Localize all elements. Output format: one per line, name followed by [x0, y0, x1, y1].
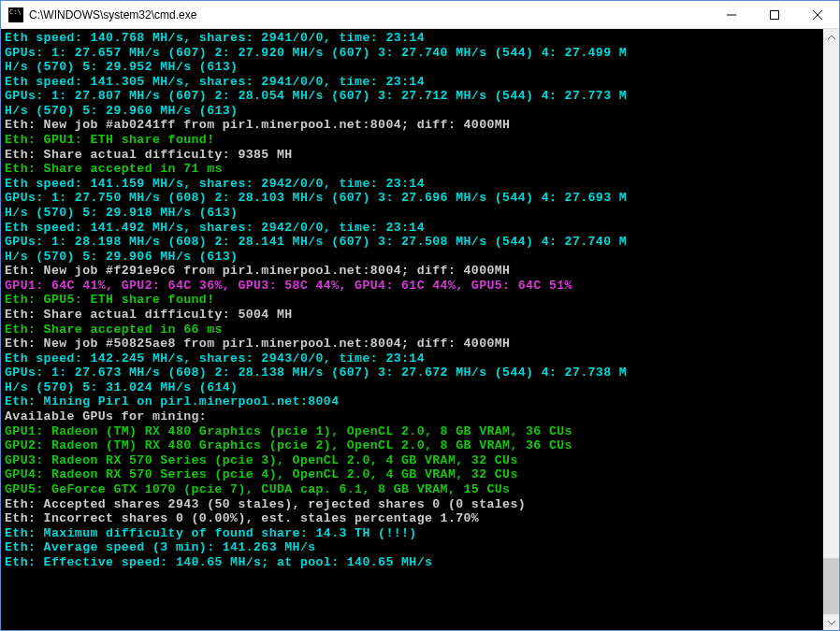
terminal-line: Eth: New job #ab0241ff from pirl.minerpo…: [5, 118, 819, 133]
terminal-output[interactable]: Eth speed: 140.768 MH/s, shares: 2941/0/…: [1, 29, 823, 630]
terminal-line: Eth: Average speed (3 min): 141.263 MH/s: [5, 540, 819, 555]
content-area: Eth speed: 140.768 MH/s, shares: 2941/0/…: [1, 29, 839, 630]
minimize-icon: [727, 10, 736, 20]
terminal-line: GPU5: GeForce GTX 1070 (pcie 7), CUDA ca…: [5, 482, 819, 497]
titlebar[interactable]: C:\WINDOWS\system32\cmd.exe: [1, 1, 839, 29]
terminal-line: GPU1: 64C 41%, GPU2: 64C 36%, GPU3: 58C …: [5, 279, 819, 294]
terminal-line: H/s (570) 5: 29.906 MH/s (613): [5, 250, 819, 265]
terminal-line: GPUs: 1: 28.198 MH/s (608) 2: 28.141 MH/…: [5, 235, 819, 250]
terminal-line: Available GPUs for mining:: [5, 409, 819, 424]
svg-rect-1: [771, 10, 779, 19]
terminal-line: Eth speed: 142.245 MH/s, shares: 2943/0/…: [5, 351, 819, 366]
terminal-line: H/s (570) 5: 29.952 MH/s (613): [5, 60, 819, 75]
minimize-button[interactable]: [710, 1, 753, 28]
terminal-line: GPU4: Radeon RX 570 Series (pcie 4), Ope…: [5, 467, 819, 482]
terminal-line: H/s (570) 5: 31.024 MH/s (614): [5, 380, 819, 395]
terminal-line: Eth: GPU5: ETH share found!: [5, 293, 819, 308]
terminal-line: H/s (570) 5: 29.918 MH/s (613): [5, 206, 819, 221]
terminal-line: GPU1: Radeon (TM) RX 480 Graphics (pcie …: [5, 424, 819, 439]
terminal-line: Eth: Share accepted in 66 ms: [5, 323, 819, 337]
chevron-up-icon: [828, 36, 835, 39]
vertical-scrollbar[interactable]: [823, 29, 839, 630]
terminal-line: GPUs: 1: 27.657 MH/s (607) 2: 27.920 MH/…: [5, 46, 819, 61]
window-title: C:\WINDOWS\system32\cmd.exe: [23, 8, 710, 22]
close-icon: [813, 10, 822, 20]
terminal-line: GPUs: 1: 27.673 MH/s (608) 2: 28.138 MH/…: [5, 366, 819, 380]
terminal-line: Eth speed: 140.768 MH/s, shares: 2941/0/…: [5, 31, 819, 46]
cmd-icon: [8, 7, 23, 22]
terminal-line: Eth: New job #50825ae8 from pirl.minerpo…: [5, 337, 819, 351]
terminal-line: H/s (570) 5: 29.960 MH/s (613): [5, 104, 819, 119]
close-button[interactable]: [796, 1, 839, 28]
terminal-line: Eth: Share accepted in 71 ms: [5, 162, 819, 177]
terminal-line: Eth: Incorrect shares 0 (0.00%), est. st…: [5, 511, 819, 526]
terminal-line: GPUs: 1: 27.807 MH/s (607) 2: 28.054 MH/…: [5, 89, 819, 104]
chevron-down-icon: [828, 621, 835, 624]
scroll-down-button[interactable]: [823, 614, 839, 630]
terminal-line: GPUs: 1: 27.750 MH/s (608) 2: 28.103 MH/…: [5, 191, 819, 206]
terminal-line: Eth: Maximum difficulty of found share: …: [5, 526, 819, 541]
terminal-line: Eth: Accepted shares 2943 (50 stales), r…: [5, 497, 819, 512]
terminal-line: Eth: GPU1: ETH share found!: [5, 133, 819, 148]
scroll-track[interactable]: [823, 45, 839, 614]
terminal-line: Eth: Mining Pirl on pirl.minerpool.net:8…: [5, 394, 819, 409]
terminal-line: Eth speed: 141.492 MH/s, shares: 2942/0/…: [5, 221, 819, 236]
scroll-up-button[interactable]: [823, 29, 839, 45]
maximize-icon: [770, 10, 779, 20]
terminal-line: Eth: Share actual difficulty: 9385 MH: [5, 148, 819, 163]
terminal-line: GPU3: Radeon RX 570 Series (pcie 3), Ope…: [5, 453, 819, 468]
window-controls: [710, 1, 839, 28]
terminal-line: Eth: Effective speed: 140.65 MH/s; at po…: [5, 555, 819, 570]
terminal-line: Eth speed: 141.305 MH/s, shares: 2941/0/…: [5, 75, 819, 90]
terminal-line: Eth: New job #f291e9c6 from pirl.minerpo…: [5, 264, 819, 279]
terminal-line: Eth speed: 141.159 MH/s, shares: 2942/0/…: [5, 177, 819, 192]
maximize-button[interactable]: [753, 1, 796, 28]
cmd-window: C:\WINDOWS\system32\cmd.exe Eth speed: 1…: [0, 0, 840, 631]
scroll-thumb[interactable]: [823, 558, 839, 614]
terminal-line: Eth: Share actual difficulty: 5004 MH: [5, 308, 819, 323]
terminal-line: GPU2: Radeon (TM) RX 480 Graphics (pcie …: [5, 438, 819, 453]
